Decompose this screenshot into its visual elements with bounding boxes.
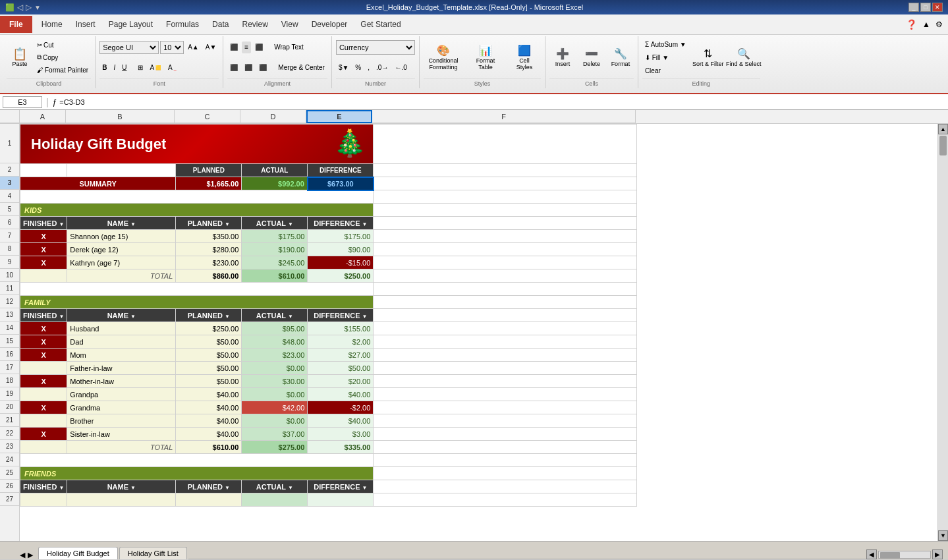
row-12-header[interactable]: 12: [0, 295, 19, 308]
increase-font-size-btn[interactable]: A▲: [185, 42, 202, 53]
family-row7-name[interactable]: Grandma: [67, 401, 176, 414]
number-format-select[interactable]: Currency: [336, 40, 415, 55]
family-row2-diff[interactable]: $2.00: [308, 335, 374, 349]
friends-row1-finished[interactable]: [20, 493, 67, 507]
kids-row3-planned[interactable]: $230.00: [176, 256, 242, 269]
row-25-header[interactable]: 25: [0, 466, 19, 480]
cell-b2[interactable]: [67, 164, 176, 177]
row-11-cells[interactable]: [20, 283, 374, 296]
col-header-e[interactable]: E: [306, 110, 372, 123]
cell-f5[interactable]: [374, 204, 637, 217]
family-difference-header[interactable]: DIFFERENCE ▼: [308, 309, 374, 322]
actual-header-summary[interactable]: ACTUAL: [242, 164, 308, 177]
row-21-header[interactable]: 21: [0, 414, 19, 427]
friends-name-header[interactable]: NAME ▼: [67, 480, 176, 493]
file-menu[interactable]: File: [0, 16, 32, 33]
kids-row3-diff[interactable]: -$15.00: [308, 256, 374, 269]
family-row8-planned[interactable]: $40.00: [176, 414, 242, 428]
cell-f24[interactable]: [374, 454, 637, 467]
family-row3-actual[interactable]: $23.00: [242, 349, 308, 362]
family-row4-actual[interactable]: $0.00: [242, 362, 308, 375]
cell-f25[interactable]: [374, 467, 637, 480]
col-header-d[interactable]: D: [240, 110, 306, 123]
kids-row3-finished[interactable]: X: [20, 256, 67, 269]
cell-f2[interactable]: [374, 164, 637, 177]
friends-finished-header[interactable]: FINISHED ▼: [20, 480, 67, 493]
kids-row2-finished[interactable]: X: [20, 243, 67, 256]
cell-f16[interactable]: [374, 349, 637, 362]
summary-actual[interactable]: $992.00: [242, 177, 308, 190]
family-total-diff[interactable]: $335.00: [308, 441, 374, 454]
col-header-f[interactable]: F: [372, 110, 636, 123]
kids-row2-diff[interactable]: $90.00: [308, 243, 374, 256]
kids-row3-actual[interactable]: $245.00: [242, 256, 308, 269]
dollar-btn[interactable]: $▼: [336, 62, 351, 74]
family-total-empty1[interactable]: [20, 441, 67, 454]
cell-f27[interactable]: [374, 493, 637, 507]
family-row8-name[interactable]: Brother: [67, 414, 176, 428]
row-20-header[interactable]: 20: [0, 401, 19, 414]
family-row5-diff[interactable]: $20.00: [308, 375, 374, 388]
family-row6-name[interactable]: Grandpa: [67, 388, 176, 401]
kids-row1-finished[interactable]: X: [20, 230, 67, 243]
cell-f1[interactable]: [374, 125, 637, 164]
family-row1-diff[interactable]: $155.00: [308, 322, 374, 335]
summary-label[interactable]: SUMMARY: [20, 177, 176, 190]
tab-nav-right[interactable]: ▶: [28, 551, 33, 559]
family-row3-diff[interactable]: $27.00: [308, 349, 374, 362]
family-row9-diff[interactable]: $3.00: [308, 428, 374, 441]
kids-row2-actual[interactable]: $190.00: [242, 243, 308, 256]
row-13-header[interactable]: 13: [0, 308, 19, 322]
cell-f21[interactable]: [374, 414, 637, 428]
family-total-label[interactable]: TOTAL: [67, 441, 176, 454]
difference-header-summary[interactable]: DIFFERENCE: [308, 164, 374, 177]
kids-planned-header[interactable]: PLANNED ▼: [176, 217, 242, 230]
menu-insert[interactable]: Insert: [69, 17, 102, 32]
menu-review[interactable]: Review: [235, 17, 274, 32]
kids-total-label[interactable]: TOTAL: [67, 269, 176, 283]
close-btn[interactable]: ✕: [932, 3, 943, 12]
tab-nav-left[interactable]: ◀: [20, 551, 25, 559]
minimize-btn[interactable]: _: [908, 3, 919, 12]
row-16-header[interactable]: 16: [0, 348, 19, 361]
family-row9-actual[interactable]: $37.00: [242, 428, 308, 441]
vertical-scrollbar[interactable]: ▲ ▼: [937, 124, 948, 541]
row-18-header[interactable]: 18: [0, 374, 19, 387]
formula-input[interactable]: [59, 98, 945, 106]
family-row3-name[interactable]: Mom: [67, 349, 176, 362]
menu-view[interactable]: View: [275, 17, 305, 32]
formula-function-icon[interactable]: ƒ: [53, 98, 57, 107]
family-row3-finished[interactable]: X: [20, 349, 67, 362]
cell-f22[interactable]: [374, 428, 637, 441]
comma-btn[interactable]: ,: [365, 62, 372, 74]
decrease-font-size-btn[interactable]: A▼: [203, 42, 219, 53]
horizontal-scrollbar[interactable]: ◀ ▶: [866, 549, 948, 559]
row-4-header[interactable]: 4: [0, 190, 19, 203]
bold-btn[interactable]: B: [99, 62, 109, 74]
family-row8-finished[interactable]: [20, 414, 67, 428]
quick-access-customize[interactable]: ▼: [34, 4, 41, 11]
family-name-header[interactable]: NAME ▼: [67, 309, 176, 322]
row-6-header[interactable]: 6: [0, 216, 19, 229]
kids-section-header[interactable]: KIDS: [20, 204, 374, 217]
kids-row1-planned[interactable]: $350.00: [176, 230, 242, 243]
family-row9-finished[interactable]: X: [20, 428, 67, 441]
menu-home[interactable]: Home: [35, 17, 69, 32]
merge-center-btn[interactable]: Merge & Center: [275, 62, 327, 74]
family-row8-actual[interactable]: $0.00: [242, 414, 308, 428]
font-name-select[interactable]: Segoe UI: [99, 41, 159, 54]
family-row2-actual[interactable]: $48.00: [242, 335, 308, 349]
kids-actual-header[interactable]: ACTUAL ▼: [242, 217, 308, 230]
font-size-select[interactable]: 10: [160, 41, 184, 54]
tab-holiday-gift-list[interactable]: Holiday Gift List: [119, 547, 187, 559]
format-btn[interactable]: 🔧 Format: [607, 38, 634, 77]
percent-btn[interactable]: %: [352, 62, 364, 74]
kids-row2-name[interactable]: Derek (age 12): [67, 243, 176, 256]
increase-decimal-btn[interactable]: .0→: [374, 62, 391, 74]
underline-btn[interactable]: U: [119, 62, 129, 74]
family-row5-name[interactable]: Mother-in-law: [67, 375, 176, 388]
delete-btn[interactable]: ➖ Delete: [578, 38, 605, 77]
col-header-a[interactable]: A: [20, 110, 66, 123]
family-row6-diff[interactable]: $40.00: [308, 388, 374, 401]
borders-btn[interactable]: ⊞: [135, 62, 146, 74]
